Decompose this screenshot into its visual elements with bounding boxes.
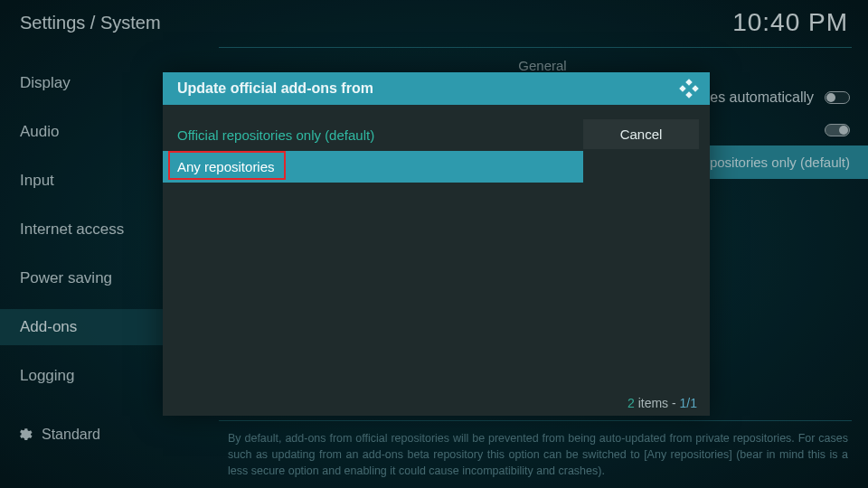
dialog-footer: 2 items - 1/1 (163, 392, 710, 416)
dialog-option-any[interactable]: Any repositories (163, 151, 583, 183)
dialog-title: Update official add-ons from (177, 80, 373, 97)
cancel-button[interactable]: Cancel (583, 119, 699, 149)
dialog-update-addons: Update official add-ons from Official re… (163, 72, 710, 416)
page-indicator: 1/1 (680, 396, 697, 410)
dialog-option-list: Official repositories only (default) Any… (163, 105, 583, 392)
dialog-option-label: Any repositories (177, 159, 275, 174)
dialog-header: Update official add-ons from (163, 72, 710, 105)
item-count-label: items - (638, 396, 676, 410)
dialog-option-official[interactable]: Official repositories only (default) (163, 119, 583, 151)
kodi-logo-icon (677, 77, 701, 100)
item-count: 2 (627, 396, 635, 410)
